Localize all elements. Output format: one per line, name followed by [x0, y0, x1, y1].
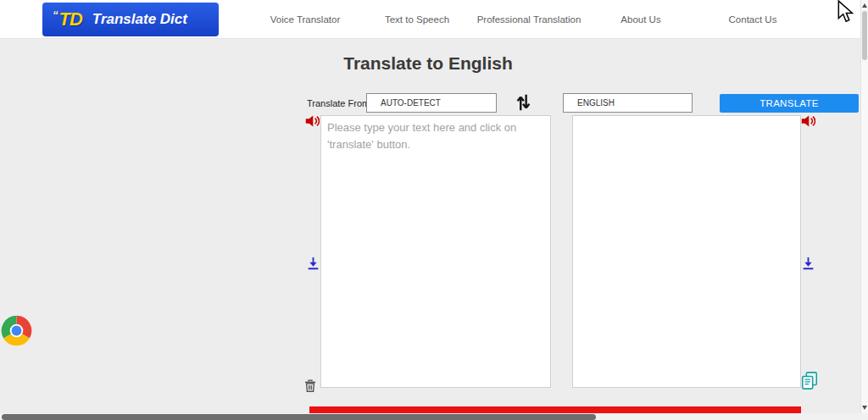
copy-translation-button[interactable]	[800, 371, 819, 390]
trash-icon	[304, 379, 316, 392]
scroll-up-arrow-icon[interactable]	[862, 3, 867, 8]
speaker-icon	[801, 114, 815, 128]
chrome-desktop-shortcut[interactable]	[1, 315, 32, 346]
translate-from-label: Translate From	[307, 98, 370, 108]
nav-voice-translator[interactable]: Voice Translator	[249, 14, 361, 25]
source-text-area[interactable]	[320, 115, 551, 388]
target-text-area[interactable]	[572, 115, 801, 388]
download-icon	[307, 257, 320, 270]
page-title: Translate to English	[0, 53, 856, 74]
scrollbar-corner	[860, 413, 868, 420]
target-language-select[interactable]: ENGLISH	[563, 93, 693, 113]
nav-professional-translation[interactable]: Professional Translation	[473, 14, 585, 25]
nav-contact-us[interactable]: Contact Us	[697, 14, 809, 25]
clear-text-button[interactable]	[304, 379, 316, 392]
swap-languages-button[interactable]	[512, 90, 534, 115]
translate-button[interactable]: TRANSLATE	[720, 94, 859, 113]
chrome-logo-icon	[1, 315, 32, 346]
source-download-button[interactable]	[307, 257, 320, 270]
logo[interactable]: “ TD Translate Dict	[42, 3, 219, 36]
logo-td-monogram: TD	[59, 8, 82, 30]
horizontal-scrollbar[interactable]	[0, 413, 860, 420]
source-speaker-button[interactable]	[305, 114, 320, 128]
copy-icon	[800, 371, 819, 390]
nav-about-us[interactable]: About Us	[585, 14, 697, 25]
vertical-scrollbar[interactable]	[860, 0, 868, 413]
target-download-button[interactable]	[802, 257, 815, 270]
vertical-scrollbar-thumb[interactable]	[862, 11, 867, 60]
logo-quote-mark: “	[53, 8, 58, 21]
source-language-select[interactable]: AUTO-DETECT	[366, 93, 497, 113]
horizontal-scrollbar-thumb[interactable]	[2, 414, 596, 420]
main-nav: Voice Translator Text to Speech Professi…	[249, 0, 809, 39]
speaker-icon	[305, 114, 320, 128]
download-icon	[802, 257, 815, 270]
logo-title: Translate Dict	[92, 11, 187, 28]
nav-text-to-speech[interactable]: Text to Speech	[361, 14, 473, 25]
header: “ TD Translate Dict Voice Translator Tex…	[0, 0, 868, 39]
target-speaker-button[interactable]	[801, 114, 815, 128]
swap-languages-icon	[514, 91, 532, 113]
scroll-down-arrow-icon[interactable]	[862, 406, 867, 410]
